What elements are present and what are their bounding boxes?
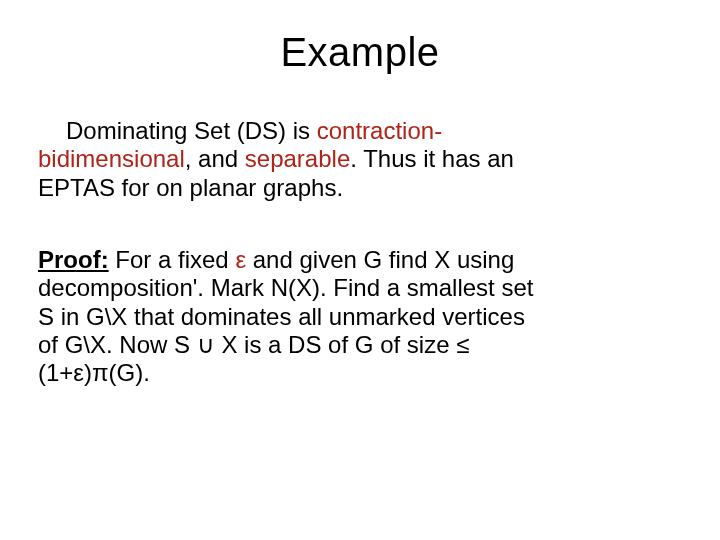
statement-line-3: EPTAS for on planar graphs. [38,174,682,202]
proof-line-3: S in G\X that dominates all unmarked ver… [38,303,682,331]
term-contraction: contraction- [317,117,442,144]
text-fragment: . Thus it has an [350,145,514,172]
proof-line-2: decomposition'. Mark N(X). Find a smalle… [38,274,682,302]
statement-line-1: Dominating Set (DS) is contraction- [38,117,682,145]
statement-line-2: bidimensional, and separable. Thus it ha… [38,145,682,173]
text-fragment: Dominating Set (DS) is [66,117,317,144]
proof-label: Proof: [38,246,109,273]
term-bidimensional: bidimensional [38,145,185,172]
symbol-epsilon: ε [235,246,246,273]
symbol-union: ∪ [190,331,221,358]
text-fragment: , and [185,145,245,172]
text-fragment: X is a DS of G of size ≤ [221,331,469,358]
text-fragment: and given G find X using [246,246,514,273]
text-fragment: of G\X. Now S [38,331,190,358]
term-separable: separable [245,145,350,172]
proof-line-1: Proof: For a fixed ε and given G find X … [38,246,682,274]
proof-paragraph: Proof: For a fixed ε and given G find X … [38,246,682,388]
proof-line-4: of G\X. Now S ∪ X is a DS of G of size ≤ [38,331,682,359]
text-fragment: For a fixed [109,246,236,273]
statement-paragraph: Dominating Set (DS) is contraction- bidi… [38,117,682,202]
slide-title: Example [38,30,682,75]
slide-container: Example Dominating Set (DS) is contracti… [0,0,720,388]
proof-line-5: (1+ε)π(G). [38,359,682,387]
